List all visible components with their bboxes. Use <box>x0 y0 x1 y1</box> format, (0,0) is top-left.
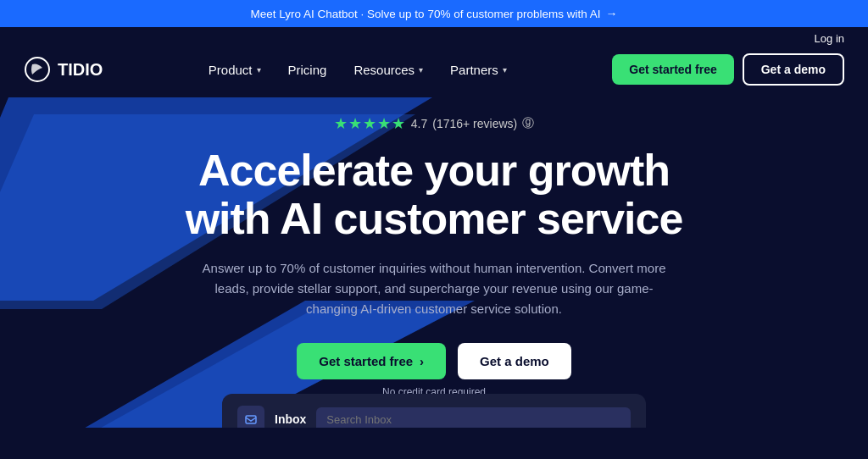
banner-text: Meet Lyro AI Chatbot · Solve up to 70% o… <box>251 8 601 20</box>
nav-product[interactable]: Product ▾ <box>197 56 273 84</box>
header-get-demo-button[interactable]: Get a demo <box>743 53 844 86</box>
hero-actions: Get started free › Get a demo <box>129 343 739 379</box>
main-nav: Product ▾ Pricing Resources ▾ Partners ▾ <box>197 56 519 84</box>
hero-content: ★★★★★ 4.7 (1716+ reviews) ⓖ Accelerate y… <box>129 114 739 398</box>
hero-get-demo-button[interactable]: Get a demo <box>458 343 571 379</box>
nav-partners[interactable]: Partners ▾ <box>438 56 519 84</box>
resources-chevron: ▾ <box>419 65 423 75</box>
hero-title: Accelerate your growth with AI customer … <box>129 147 739 243</box>
header-get-started-button[interactable]: Get started free <box>612 54 733 85</box>
cta-arrow-icon: › <box>420 354 424 368</box>
header-actions: Get started free Get a demo <box>612 53 844 86</box>
product-chevron: ▾ <box>257 65 261 75</box>
rating-value: 4.7 <box>411 117 427 130</box>
inbox-icon <box>237 406 264 428</box>
header-main: TIDIO Product ▾ Pricing Resources ▾ Part… <box>0 45 868 97</box>
nav-resources[interactable]: Resources ▾ <box>342 56 435 84</box>
rating-badge-icon: ⓖ <box>522 116 534 131</box>
logo[interactable]: TIDIO <box>24 56 103 83</box>
hero-subtitle: Answer up to 70% of customer inquiries w… <box>197 258 671 319</box>
hero-section: ★★★★★ 4.7 (1716+ reviews) ⓖ Accelerate y… <box>0 97 868 428</box>
svg-rect-1 <box>246 416 256 423</box>
partners-chevron: ▾ <box>503 65 507 75</box>
logo-icon <box>24 56 51 83</box>
banner-arrow: → <box>605 7 617 20</box>
star-rating: ★★★★★ <box>334 114 406 133</box>
rating-count: (1716+ reviews) <box>432 117 517 130</box>
rating-bar: ★★★★★ 4.7 (1716+ reviews) ⓖ <box>129 114 739 133</box>
nav-pricing[interactable]: Pricing <box>276 56 339 84</box>
login-link[interactable]: Log in <box>815 32 844 45</box>
inbox-search-input[interactable] <box>316 407 631 429</box>
promo-banner[interactable]: Meet Lyro AI Chatbot · Solve up to 70% o… <box>0 0 868 27</box>
inbox-label: Inbox <box>275 412 306 426</box>
logo-text: TIDIO <box>58 60 103 80</box>
header-top: Log in <box>0 27 868 45</box>
inbox-preview: Inbox <box>222 394 646 428</box>
hero-get-started-button[interactable]: Get started free › <box>297 343 446 379</box>
